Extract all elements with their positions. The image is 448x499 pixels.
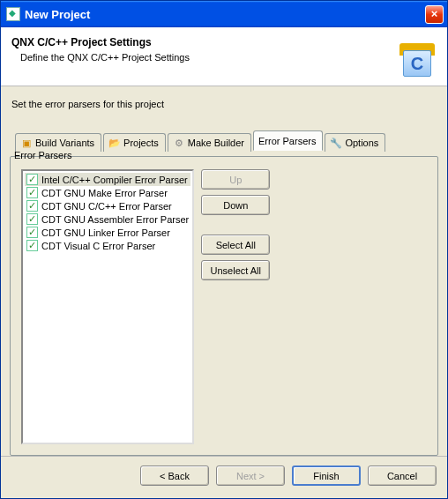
dialog-window: New Project × QNX C/C++ Project Settings…: [0, 0, 448, 499]
wizard-footer: < Back Next > Finish Cancel: [1, 456, 447, 498]
parser-label: CDT GNU Assembler Error Parser: [41, 214, 189, 225]
parser-checkbox[interactable]: ✓: [26, 213, 38, 225]
parser-checkbox[interactable]: ✓: [26, 200, 38, 212]
parser-checkbox[interactable]: ✓: [26, 187, 38, 198]
tab-build-variants[interactable]: ▣Build Variants: [15, 133, 101, 152]
tab-label: Projects: [123, 138, 159, 148]
tab-options[interactable]: 🔧Options: [325, 133, 385, 152]
body: Set the error parsers for this project ▣…: [1, 86, 447, 456]
close-button[interactable]: ×: [425, 5, 444, 24]
finish-button[interactable]: Finish: [292, 465, 361, 486]
tab-projects[interactable]: 📂Projects: [103, 133, 166, 152]
back-button[interactable]: < Back: [140, 465, 209, 486]
instruction-text: Set the error parsers for this project: [11, 99, 437, 109]
parser-row[interactable]: ✓CDT GNU C/C++ Error Parser: [25, 199, 190, 212]
cancel-button[interactable]: Cancel: [368, 465, 437, 486]
parser-row[interactable]: ✓CDT GNU Linker Error Parser: [25, 226, 190, 239]
up-button[interactable]: Up: [201, 169, 270, 190]
header: QNX C/C++ Project Settings Define the QN…: [1, 27, 447, 86]
down-button[interactable]: Down: [201, 195, 270, 215]
parser-row[interactable]: ✓Intel C/C++ Compiler Error Parser: [25, 173, 190, 186]
tab-label: Build Variants: [35, 138, 94, 148]
page-subtitle: Define the QNX C/C++ Project Settings: [11, 52, 398, 63]
options-icon: 🔧: [330, 137, 342, 149]
parser-label: CDT Visual C Error Parser: [41, 241, 155, 251]
tab-label: Make Builder: [188, 138, 244, 148]
parser-checkbox[interactable]: ✓: [26, 227, 38, 238]
make-icon: ⚙: [173, 137, 185, 149]
parser-label: Intel C/C++ Compiler Error Parser: [41, 175, 188, 185]
unselect-all-button[interactable]: Unselect All: [201, 260, 270, 280]
side-button-column: Up Down Select All Unselect All: [201, 169, 270, 444]
parser-row[interactable]: ✓CDT Visual C Error Parser: [25, 239, 190, 252]
parser-checkbox[interactable]: ✓: [26, 240, 38, 251]
parser-row[interactable]: ✓CDT GNU Assembler Error Parser: [25, 212, 190, 226]
group-content: ✓Intel C/C++ Compiler Error Parser✓CDT G…: [16, 166, 275, 450]
error-parsers-group: Error Parsers ✓Intel C/C++ Compiler Erro…: [10, 156, 438, 456]
group-label: Error Parsers: [12, 150, 73, 160]
tab-area: ▣Build Variants📂Projects⚙Make BuilderErr…: [10, 130, 438, 456]
tab-label: Options: [345, 138, 378, 148]
build-icon: ▣: [20, 137, 33, 149]
parser-label: CDT GNU Linker Error Parser: [41, 227, 170, 238]
window-title: New Project: [25, 8, 425, 21]
parser-label: CDT GNU Make Error Parser: [41, 188, 168, 198]
parsers-column: ✓Intel C/C++ Compiler Error Parser✓CDT G…: [21, 169, 194, 444]
tab-make-builder[interactable]: ⚙Make Builder: [168, 133, 251, 152]
next-button[interactable]: Next >: [216, 465, 285, 486]
c-project-icon: C: [398, 40, 437, 78]
parser-label: CDT GNU C/C++ Error Parser: [41, 201, 172, 212]
folder-icon: 📂: [108, 137, 121, 149]
page-title: QNX C/C++ Project Settings: [11, 36, 398, 48]
parser-row[interactable]: ✓CDT GNU Make Error Parser: [25, 186, 190, 199]
app-icon: [6, 7, 20, 21]
titlebar: New Project ×: [1, 1, 447, 27]
parser-checkbox[interactable]: ✓: [26, 174, 38, 185]
tab-label: Error Parsers: [258, 136, 316, 146]
select-all-button[interactable]: Select All: [201, 235, 270, 255]
tab-strip: ▣Build Variants📂Projects⚙Make BuilderErr…: [10, 130, 438, 151]
header-text: QNX C/C++ Project Settings Define the QN…: [11, 36, 398, 78]
tab-error-parsers[interactable]: Error Parsers: [253, 130, 323, 151]
error-parsers-list[interactable]: ✓Intel C/C++ Compiler Error Parser✓CDT G…: [21, 169, 194, 444]
icon-letter: C: [411, 54, 423, 74]
